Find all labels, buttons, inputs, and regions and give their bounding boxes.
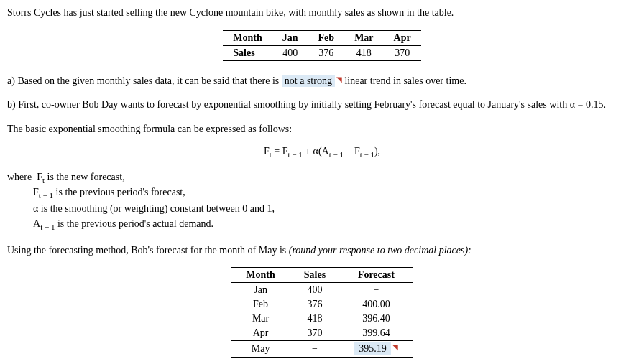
forecast-header: Month Sales Forecast [231,268,412,283]
may-forecast-value: 395.19 [359,343,387,354]
formula-intro: The basic exponential smoothing formula … [7,122,637,136]
defs-lead: where [7,172,32,182]
table-row: Apr 370 399.64 [231,326,412,341]
cell-forecast: 396.40 [340,312,413,326]
part-a-pre: a) Based on the given monthly sales data… [7,75,282,86]
cell-sales: − [290,341,340,358]
part-a-post: linear trend in sales over time. [344,75,466,86]
sales-table-row: Sales 400 376 418 370 [223,45,420,60]
part-a-answer-box[interactable]: not a strong [282,75,335,87]
cell-sales: 400 [290,283,340,298]
col-mar: Mar [344,30,383,45]
cell-month: Jan [231,283,289,298]
method-line: Using the forecasting method, Bob's fore… [7,243,637,258]
label-sales: Sales [223,45,272,60]
cell-month: Apr [231,326,289,341]
def2-sub: t − 1 [39,191,53,200]
may-forecast-answer-box[interactable]: 395.19 [354,342,391,355]
definitions: where Ft is the new forecast, Ft − 1 is … [7,172,637,233]
dropdown-marker-icon[interactable]: ◥ [392,343,398,351]
def2-txt: is the previous period's forecast, [53,187,185,197]
val-jan: 400 [272,45,308,60]
label-month: Month [223,30,272,45]
forecast-table-wrap: Month Sales Forecast Jan 400 − Feb 376 4… [7,267,637,358]
part-b: b) First, co-owner Bob Day wants to fore… [7,98,637,112]
part-a: a) Based on the given monthly sales data… [7,74,637,88]
dropdown-marker-icon[interactable]: ◥ [336,75,342,83]
val-mar: 418 [344,45,383,60]
cell-forecast: − [340,283,413,298]
cell-forecast: 399.64 [340,326,413,341]
forecast-table: Month Sales Forecast Jan 400 − Feb 376 4… [231,267,412,358]
cell-sales: 418 [290,312,340,326]
cell-sales: 376 [290,297,340,312]
table-row-may: May − 395.19◥ [231,341,412,358]
method-pre: Using the forecasting method, Bob's fore… [7,245,289,256]
table-row: Mar 418 396.40 [231,312,412,326]
def1-txt: is the new forecast, [45,172,125,182]
def2-sym: F [33,187,39,197]
sales-table-header: Month Jan Feb Mar Apr [223,30,420,45]
table-row: Jan 400 − [231,283,412,298]
col-jan: Jan [272,30,308,45]
def4-txt: is the previous period's actual demand. [55,218,213,229]
def4-sym: A [33,218,40,229]
sales-table: Month Jan Feb Mar Apr Sales 400 376 418 … [223,30,420,61]
h-forecast: Forecast [340,268,413,283]
col-feb: Feb [308,30,345,45]
def3: α is the smoothing (or weighting) consta… [33,201,637,216]
method-ital: (round your response to two decimal plac… [289,245,472,256]
h-sales: Sales [290,268,340,283]
cell-forecast: 400.00 [340,297,413,312]
part-a-answer: not a strong [285,75,332,86]
cell-forecast-answer: 395.19◥ [340,341,413,358]
val-apr: 370 [384,45,421,60]
formula: Ft = Ft − 1 + α(At − 1 − Ft − 1), [7,146,637,159]
sales-table-wrap: Month Jan Feb Mar Apr Sales 400 376 418 … [7,30,637,61]
def4-sub: t − 1 [40,223,55,231]
col-apr: Apr [384,30,421,45]
cell-month: May [231,341,289,358]
val-feb: 376 [308,45,345,60]
def1-sym: F [37,172,42,182]
h-month: Month [231,268,289,283]
cell-month: Feb [231,297,289,312]
table-row: Feb 376 400.00 [231,297,412,312]
cell-month: Mar [231,312,289,326]
intro-text: Storrs Cycles has just started selling t… [7,6,637,20]
cell-sales: 370 [290,326,340,341]
